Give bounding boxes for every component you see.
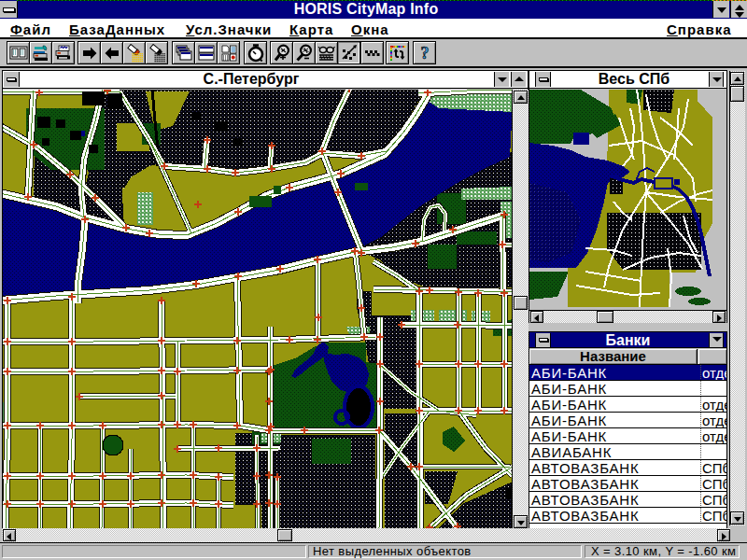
svg-text:?: ? [421, 44, 430, 63]
